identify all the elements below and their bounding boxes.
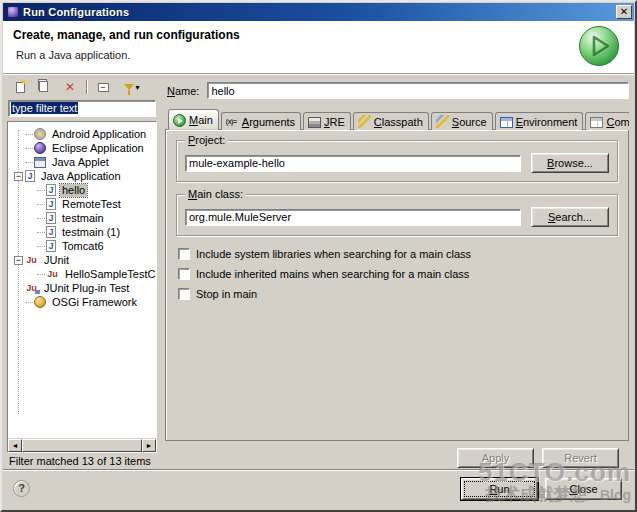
- collapse-expander-icon[interactable]: −: [14, 256, 23, 265]
- chevron-down-icon: ▾: [135, 83, 139, 92]
- common-tab-icon: [590, 117, 603, 128]
- collapse-all-button[interactable]: −: [94, 79, 112, 95]
- tab-environment[interactable]: Environment: [495, 112, 584, 130]
- apply-button[interactable]: Apply: [457, 448, 534, 468]
- delete-configuration-button[interactable]: ✕: [61, 79, 79, 95]
- run-button[interactable]: Run: [461, 478, 538, 500]
- checkbox-stop-in-main[interactable]: Stop in main: [178, 288, 618, 300]
- checkbox-icon[interactable]: [178, 288, 190, 300]
- tree-item-label: Eclipse Application: [50, 142, 146, 155]
- tree-connector: [37, 204, 45, 205]
- configuration-editor: Name: Main (x)= Arguments JRE: [165, 78, 629, 468]
- arguments-tab-icon: (x)=: [226, 115, 239, 128]
- revert-button[interactable]: Revert: [542, 448, 619, 468]
- tree-item-label: Tomcat6: [60, 240, 106, 253]
- project-group-label: Project:: [185, 134, 228, 146]
- tab-arguments[interactable]: (x)= Arguments: [221, 112, 301, 130]
- tab-label: Environment: [516, 116, 578, 128]
- duplicate-icon-back: [39, 81, 48, 92]
- configurations-sidebar: ✕ − ▾ type filter text Android Appli: [7, 78, 157, 468]
- close-button[interactable]: Close: [545, 478, 622, 500]
- main-class-input[interactable]: [185, 209, 521, 226]
- junit-test-icon: Ju: [46, 268, 59, 280]
- tree-item-junit[interactable]: − Ju JUnit: [8, 253, 156, 267]
- search-button[interactable]: Search...: [531, 207, 609, 227]
- checkbox-label: Include inherited mains when searching f…: [196, 268, 469, 280]
- tree-item-hello[interactable]: J hello: [8, 183, 156, 197]
- filter-status-text: Filter matched 13 of 13 items: [7, 453, 157, 468]
- delete-icon: ✕: [65, 81, 75, 93]
- help-button[interactable]: ?: [13, 480, 30, 497]
- main-class-group: Main class: Search...: [176, 194, 618, 236]
- osgi-framework-icon: [34, 296, 46, 308]
- tree-item-label: RemoteTest: [60, 198, 123, 211]
- dialog-footer: ? Run Close: [3, 469, 634, 509]
- tab-label: Classpath: [374, 116, 423, 128]
- tree-item-label: hello: [60, 184, 87, 197]
- close-window-button[interactable]: ✕: [616, 5, 632, 19]
- tab-common[interactable]: Common: [585, 112, 629, 130]
- tree-connector: [37, 232, 45, 233]
- tree-item-tomcat6[interactable]: J Tomcat6: [8, 239, 156, 253]
- tree-connector: [25, 162, 33, 163]
- title-bar[interactable]: Run Configurations ✕: [3, 3, 634, 21]
- collapse-all-icon: −: [98, 83, 109, 92]
- tree-horizontal-scrollbar[interactable]: ◄ ►: [8, 438, 156, 452]
- checkbox-icon[interactable]: [178, 268, 190, 280]
- tree-item-junit-plugin-test[interactable]: Ju JUnit Plug-in Test: [8, 281, 156, 295]
- tree-item-java-application[interactable]: − J Java Application: [8, 169, 156, 183]
- scroll-right-arrow[interactable]: ►: [142, 439, 156, 452]
- run-wizard-icon: [578, 25, 620, 67]
- checkbox-include-inherited-mains[interactable]: Include inherited mains when searching f…: [178, 268, 618, 280]
- tree-item-android-application[interactable]: Android Application: [8, 127, 156, 141]
- tree-connector: [37, 274, 45, 275]
- tree-item-testmain[interactable]: J testmain: [8, 211, 156, 225]
- tab-label: Source: [452, 116, 487, 128]
- tab-source[interactable]: Source: [431, 112, 493, 130]
- tab-main[interactable]: Main: [168, 109, 219, 130]
- tree-item-hellosampletestcase[interactable]: Ju HelloSampleTestCase: [8, 267, 156, 281]
- name-row: Name:: [167, 82, 629, 99]
- environment-tab-icon: [500, 117, 513, 128]
- tree-item-osgi-framework[interactable]: OSGi Framework: [8, 295, 156, 309]
- tree-item-java-applet[interactable]: Java Applet: [8, 155, 156, 169]
- android-application-icon: [34, 128, 46, 140]
- tab-jre[interactable]: JRE: [303, 112, 351, 130]
- filter-input[interactable]: type filter text: [8, 100, 156, 117]
- tree-connector: [37, 218, 45, 219]
- tab-label: JRE: [324, 116, 345, 128]
- checkbox-include-system-libraries[interactable]: Include system libraries when searching …: [178, 248, 618, 260]
- new-configuration-button[interactable]: [11, 79, 29, 95]
- tree-item-remotetest[interactable]: J RemoteTest: [8, 197, 156, 211]
- name-label: Name:: [167, 85, 199, 97]
- scrollbar-thumb[interactable]: [22, 439, 142, 452]
- tree-item-testmain-1[interactable]: J testmain (1): [8, 225, 156, 239]
- tree-connector: [37, 246, 45, 247]
- filter-input-value: type filter text: [11, 102, 78, 114]
- java-applet-icon: [34, 157, 46, 168]
- tab-bar: Main (x)= Arguments JRE Classpath Source: [165, 109, 629, 130]
- run-configurations-dialog: Run Configurations ✕ Create, manage, and…: [0, 0, 637, 512]
- tree-item-label: Java Applet: [50, 156, 111, 169]
- tree-item-label: JUnit Plug-in Test: [42, 282, 131, 295]
- tree-item-eclipse-application[interactable]: Eclipse Application: [8, 141, 156, 155]
- name-input[interactable]: [207, 82, 629, 99]
- configurations-tree-panel: Android Application Eclipse Application …: [7, 121, 157, 453]
- duplicate-configuration-button[interactable]: [36, 79, 54, 95]
- filter-menu-button[interactable]: ▾: [119, 79, 145, 95]
- java-run-config-icon: J: [46, 198, 56, 210]
- scroll-left-arrow[interactable]: ◄: [8, 439, 22, 452]
- collapse-expander-icon[interactable]: −: [14, 172, 23, 181]
- tree-item-label: testmain (1): [60, 226, 122, 239]
- java-run-config-icon: J: [46, 184, 56, 196]
- browse-button[interactable]: Browse...: [531, 153, 609, 173]
- java-run-config-icon: J: [46, 212, 56, 224]
- project-input[interactable]: [185, 155, 521, 172]
- tree-connector: [25, 148, 33, 149]
- toolbar-separator: [86, 80, 87, 94]
- tab-classpath[interactable]: Classpath: [353, 112, 429, 130]
- footer-buttons: Run Close: [461, 478, 622, 500]
- junit-plugin-icon: Ju: [25, 282, 38, 294]
- configurations-tree: Android Application Eclipse Application …: [8, 122, 156, 438]
- checkbox-icon[interactable]: [178, 248, 190, 260]
